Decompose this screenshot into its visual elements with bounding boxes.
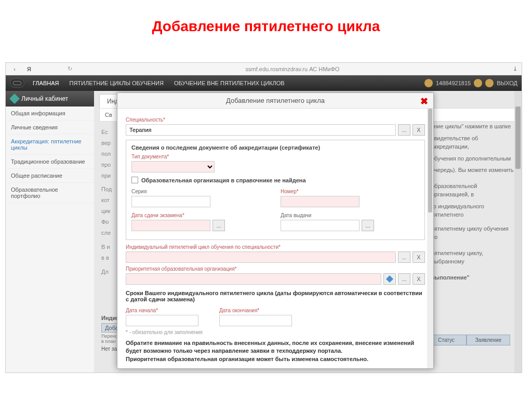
nav-outside[interactable]: ОБУЧЕНИЕ ВНЕ ПЯТИЛЕТНИХ ЦИКЛОВ xyxy=(169,80,290,86)
nav-cycles[interactable]: ПЯТИЛЕТНИЕ ЦИКЛЫ ОБУЧЕНИЯ xyxy=(64,80,168,86)
prior-org-input[interactable] xyxy=(126,273,381,285)
content-subheader: Св xyxy=(105,112,112,118)
sidebar-item-portfolio[interactable]: Образовательное портфолио xyxy=(6,183,94,203)
logout-link[interactable]: ВЫХОД xyxy=(497,80,517,86)
back-icon[interactable]: ‹ xyxy=(10,66,19,72)
doctype-select[interactable] xyxy=(131,161,215,172)
modal-body: Специальность* ... X Сведения о последне… xyxy=(117,109,433,368)
search-icon[interactable] xyxy=(474,79,482,87)
certificate-legend: Сведения о последнем документе об аккред… xyxy=(131,144,419,151)
end-date-label: Дата окончания* xyxy=(219,308,302,313)
sidebar-title: Личный кабинет xyxy=(21,95,68,102)
cabinet-icon xyxy=(9,94,20,104)
zoom-icon[interactable] xyxy=(485,79,494,87)
sidebar: Личный кабинет Общая информация Личные с… xyxy=(6,91,94,373)
sidebar-item-schedule[interactable]: Общее расписание xyxy=(6,169,94,183)
exam-date-input[interactable] xyxy=(131,220,210,231)
end-date-input[interactable] xyxy=(219,315,292,326)
required-footnote: * - обязательно для заполнения xyxy=(126,329,425,335)
prior-org-label: Приоритетная образовательная организация… xyxy=(126,266,425,272)
issue-date-picker-button[interactable]: ... xyxy=(362,220,374,231)
yandex-logo: Я xyxy=(27,66,31,72)
specialty-input[interactable] xyxy=(126,124,396,136)
sidebar-item-traditional[interactable]: Традиционное образование xyxy=(6,155,94,169)
cycle-spec-input[interactable] xyxy=(126,251,396,263)
cycle-spec-lookup-button[interactable]: ... xyxy=(398,251,410,263)
th-zayav: Заявление xyxy=(467,335,510,345)
prior-org-action-button[interactable] xyxy=(383,273,396,285)
series-label: Серия xyxy=(131,189,270,194)
modal-scrollbar[interactable] xyxy=(427,109,433,368)
add-cycle-modal: Добавление пятилетнего цикла ✖ Специальн… xyxy=(117,92,434,369)
issue-date-input[interactable] xyxy=(281,220,360,231)
sidebar-item-general[interactable]: Общая информация xyxy=(6,107,94,121)
org-not-found-label: Образовательная организация в справочник… xyxy=(141,177,306,183)
specialty-clear-button[interactable]: X xyxy=(413,124,425,136)
slide-title: Добавление пятилетнего цикла xyxy=(0,0,532,45)
sidebar-item-accreditation[interactable]: Аккредитация: пятилетние циклы xyxy=(6,135,94,155)
doctype-label: Тип документа* xyxy=(131,154,419,159)
exam-date-picker-button[interactable]: ... xyxy=(212,220,225,231)
cycle-spec-label: Индивидуальный пятилетний цикл обучения … xyxy=(126,244,425,250)
org-not-found-checkbox[interactable] xyxy=(131,177,138,183)
download-icon[interactable]: ⤓ xyxy=(513,65,517,72)
diamond-icon xyxy=(386,275,393,283)
scrollbar-vertical[interactable] xyxy=(514,91,522,373)
sidebar-header: Личный кабинет xyxy=(6,91,94,107)
cycle-spec-clear-button[interactable]: X xyxy=(413,251,425,263)
modal-title-bar: Добавление пятилетнего цикла ✖ xyxy=(117,93,433,109)
start-date-input[interactable] xyxy=(126,315,198,326)
certificate-fieldset: Сведения о последнем документе об аккред… xyxy=(126,140,425,240)
prior-org-clear-button[interactable]: X xyxy=(413,273,425,285)
close-icon[interactable]: ✖ xyxy=(420,96,428,107)
specialty-label: Специальность* xyxy=(126,117,425,123)
start-date-label: Дата начала* xyxy=(126,308,209,313)
right-text-fragments: тние циклы" нажмите в шапке свидетельств… xyxy=(431,122,514,285)
app-logo-icon xyxy=(10,78,24,88)
prior-org-lookup-button[interactable]: ... xyxy=(398,273,410,285)
sidebar-item-personal[interactable]: Личные сведения xyxy=(6,121,94,135)
issue-date-label: Дата выдачи xyxy=(281,212,419,218)
number-input[interactable] xyxy=(281,196,360,207)
specialty-lookup-button[interactable]: ... xyxy=(398,124,410,136)
nav-main[interactable]: ГЛАВНАЯ xyxy=(28,80,64,86)
browser-address-bar: ‹ Я ↻ ssmf.edu.rosminzdrav.ru АС НМиФО ⤓ xyxy=(6,63,522,75)
series-input[interactable] xyxy=(131,196,210,207)
user-icon xyxy=(424,79,433,87)
modal-title: Добавление пятилетнего цикла xyxy=(226,97,325,104)
refresh-icon[interactable]: ↻ xyxy=(68,65,72,72)
number-label: Номер* xyxy=(281,189,419,194)
url-text: ssmf.edu.rosminzdrav.ru АС НМиФО xyxy=(72,66,513,72)
user-id: 14884921815 xyxy=(436,80,471,86)
top-nav: ГЛАВНАЯ ПЯТИЛЕТНИЕ ЦИКЛЫ ОБУЧЕНИЯ ОБУЧЕН… xyxy=(6,75,522,91)
dates-section-title: Сроки Вашего индивидуального пятилетнего… xyxy=(126,290,425,302)
warning-text: Обратите внимание на правильность внесен… xyxy=(126,339,425,363)
exam-date-label: Дата сдачи экзамена* xyxy=(131,212,270,218)
